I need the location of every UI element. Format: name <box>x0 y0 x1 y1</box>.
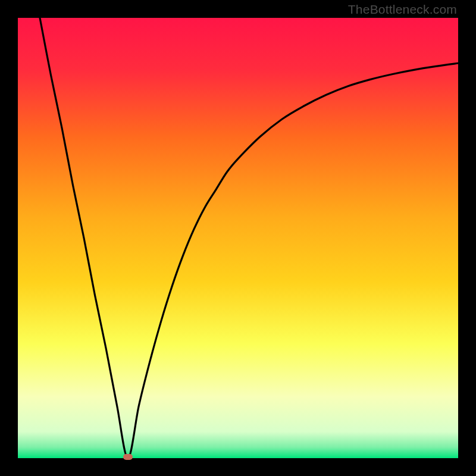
chart-frame: TheBottleneck.com <box>0 0 476 476</box>
curve-minimum-marker <box>123 454 133 460</box>
bottleneck-curve <box>18 18 458 458</box>
watermark-text: TheBottleneck.com <box>348 2 457 17</box>
plot-area <box>18 18 458 458</box>
